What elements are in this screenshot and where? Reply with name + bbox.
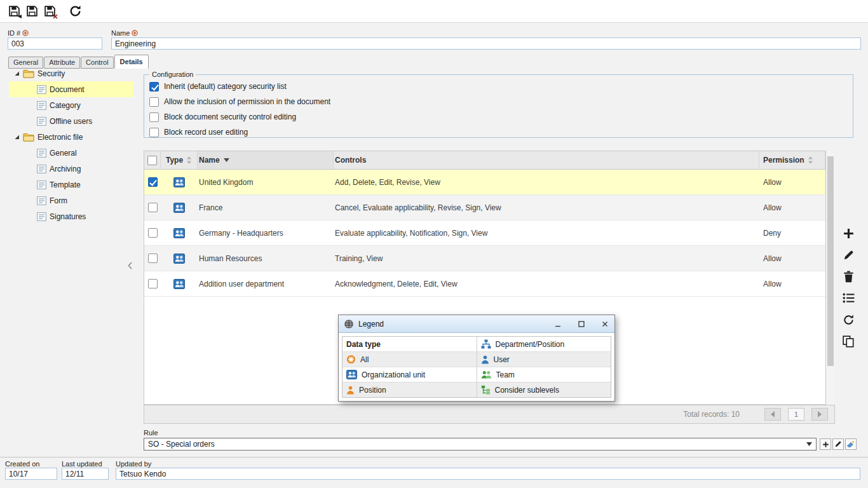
copy-button[interactable] [841,334,856,349]
rule-select[interactable]: SO - Special orders [144,438,817,451]
config-option-inherit[interactable]: Inherit (default) category security list [149,79,848,94]
row-checkbox[interactable] [148,203,158,212]
cell-permission: Allow [759,271,825,296]
edit-icon [834,440,842,448]
table-row[interactable]: France Cancel, Evaluate applicability, R… [144,195,825,220]
close-button[interactable] [595,315,614,332]
required-icon [132,30,138,36]
column-header-name[interactable]: Name [198,151,334,169]
rule-add-button[interactable] [820,438,831,450]
previous-page-button[interactable] [764,408,781,421]
column-header-label: Permission [763,156,804,165]
legend-label: Position [359,386,386,395]
row-checkbox[interactable] [148,279,158,288]
document-icon [37,117,46,126]
cell-name: United Kingdom [198,170,334,194]
tree-item-label: Template [50,180,81,189]
legend-table: Data type Department/Position All User [342,336,611,398]
tree-expander-icon[interactable] [14,71,20,76]
table-row[interactable]: Germany - Headquarters Evaluate applicab… [144,220,825,246]
cell-controls: Evaluate applicability, Notification, Si… [334,220,759,245]
legend-entry-user: User [477,352,611,367]
chevron-left-icon [128,262,132,269]
tree-item-general[interactable]: General [9,145,133,161]
name-input[interactable] [111,37,861,50]
checkbox-allow-inclusion[interactable] [149,97,159,107]
table-row[interactable]: Addition user department Acknowledgment,… [144,271,825,297]
config-option-block-record-user-editing[interactable]: Block record user editing [149,125,848,140]
document-icon [37,165,46,173]
tree-folder-security[interactable]: Security [9,65,133,81]
save-button[interactable] [23,3,41,20]
minimize-button[interactable] [548,315,567,332]
cell-controls: Cancel, Evaluate applicability, Revise, … [334,195,759,220]
list-button[interactable] [841,290,856,306]
column-header-type[interactable]: Type [161,151,198,169]
refresh-list-button[interactable] [841,312,856,327]
row-checkbox[interactable] [148,177,158,187]
rule-clear-button[interactable] [845,438,857,450]
row-checkbox[interactable] [148,254,158,263]
created-on-label-text: Created on [5,460,39,468]
rule-selected-value: SO - Special orders [148,440,215,449]
document-icon [37,85,46,94]
rule-label-text: Rule [144,429,158,437]
organizational-unit-icon [173,177,185,187]
save-and-exit-button[interactable] [41,3,58,20]
delete-button[interactable] [841,269,856,284]
column-header-label: Type [166,156,183,165]
legend-entry-all: All [342,352,477,367]
checkbox-block-security-editing[interactable] [149,112,159,122]
sort-desc-icon [224,158,229,162]
legend-dialog-titlebar[interactable]: Legend [339,315,614,333]
configuration-legend: Configuration [149,71,196,78]
last-updated-field[interactable] [62,468,109,480]
edit-button[interactable] [841,247,856,262]
config-option-label: Inherit (default) category security list [164,82,287,91]
delete-icon [843,271,854,283]
created-on-label: Created on [5,460,39,468]
tree-item-archiving[interactable]: Archiving [9,161,133,177]
table-row[interactable]: United Kingdom Add, Delete, Edit, Revise… [144,170,825,195]
cell-permission: Allow [759,246,825,271]
tree-item-document[interactable]: Document [9,81,133,97]
dropdown-arrow-icon [806,442,812,446]
tree-item-signatures[interactable]: Signatures [9,208,133,224]
select-all-checkbox[interactable] [147,156,157,165]
config-option-allow-inclusion[interactable]: Allow the inclusion of permission in the… [149,94,848,109]
updated-by-field[interactable] [116,468,860,480]
id-input[interactable] [8,37,102,50]
checkbox-inherit-category-security[interactable] [149,82,159,92]
checkbox-block-record-user-editing[interactable] [149,128,159,137]
legend-entry-data-type: Data type [342,337,477,351]
tree-item-offline-users[interactable]: Offline users [9,113,133,129]
required-icon [22,30,29,36]
tree-item-template[interactable]: Template [9,177,133,193]
rule-edit-button[interactable] [832,438,844,450]
tree-expander-icon[interactable] [14,134,20,140]
table-row[interactable]: Human Resources Training, View Allow [144,246,825,271]
tree-item-category[interactable]: Category [9,97,133,113]
config-option-block-security-editing[interactable]: Block document security control editing [149,109,848,125]
add-button[interactable] [841,226,856,241]
tree-item-form[interactable]: Form [9,193,133,208]
edit-icon [843,249,855,261]
table-scrollbar[interactable] [827,151,834,404]
refresh-button[interactable] [66,3,84,20]
collapse-panel-button[interactable] [128,261,134,271]
created-on-field[interactable] [5,468,57,480]
save-and-new-button[interactable] [5,3,23,20]
column-header-label: Controls [335,156,366,165]
column-header-permission[interactable]: Permission [759,151,825,169]
folder-icon [23,69,34,78]
column-header-controls[interactable]: Controls [334,151,759,169]
name-label-text: Name [111,29,130,37]
legend-dialog: Legend Data type Department/Position All [338,315,615,402]
tree-folder-electronic-file[interactable]: Electronic file [9,129,133,145]
document-icon [37,101,46,110]
row-checkbox[interactable] [148,228,158,238]
next-page-button[interactable] [811,408,828,421]
legend-entry-position: Position [342,383,477,397]
maximize-button[interactable] [572,315,591,332]
scrollbar-thumb[interactable] [827,156,834,366]
